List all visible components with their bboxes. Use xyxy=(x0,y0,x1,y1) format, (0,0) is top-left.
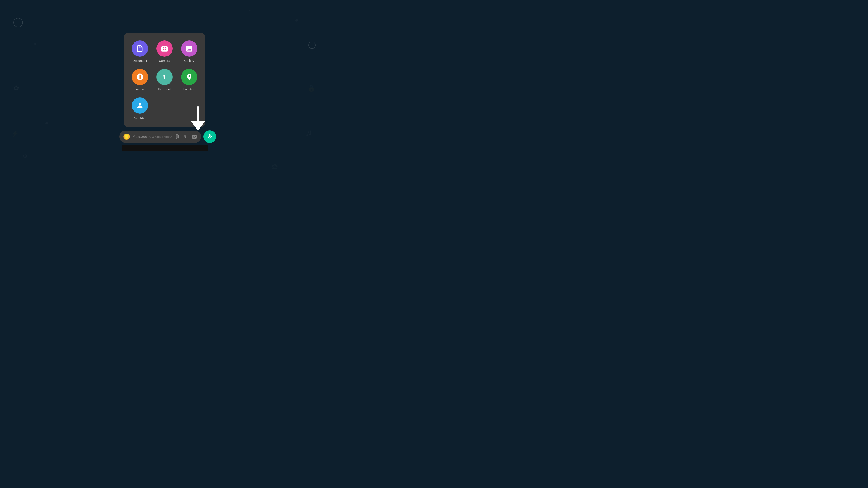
location-icon-circle xyxy=(181,69,197,85)
menu-item-contact[interactable]: Contact xyxy=(129,97,150,120)
menu-item-audio[interactable]: Audio xyxy=(129,69,150,91)
phone-container: Document Camera xyxy=(119,33,210,151)
input-bar-container: 😊 Message CWABESHIRO ₹ xyxy=(119,129,210,145)
attachment-menu: Document Camera xyxy=(124,33,205,127)
audio-label: Audio xyxy=(136,88,144,91)
menu-item-location[interactable]: Location xyxy=(179,69,200,91)
svg-text:₹: ₹ xyxy=(162,74,166,80)
document-icon xyxy=(136,45,144,53)
gallery-label: Gallery xyxy=(184,59,194,63)
payment-icon: ₹ xyxy=(161,73,168,81)
menu-item-document[interactable]: Document xyxy=(129,40,150,63)
svg-text:₹: ₹ xyxy=(184,135,186,139)
document-icon-circle xyxy=(132,40,148,57)
emoji-button[interactable]: 😊 xyxy=(123,133,130,140)
watermark-text: CWABESHIRO xyxy=(149,135,172,138)
microphone-icon xyxy=(207,133,213,140)
menu-item-payment[interactable]: ₹ Payment xyxy=(154,69,175,91)
camera-icon xyxy=(161,45,168,53)
contact-icon-circle xyxy=(132,97,148,113)
menu-item-gallery[interactable]: Gallery xyxy=(179,40,200,63)
paperclip-icon xyxy=(175,134,180,139)
menu-item-camera[interactable]: Camera xyxy=(154,40,175,63)
attachment-button[interactable] xyxy=(174,133,180,140)
payment-shortcut-button[interactable]: ₹ xyxy=(183,133,189,140)
input-bar: 😊 Message CWABESHIRO ₹ xyxy=(119,131,201,143)
menu-grid: Document Camera xyxy=(129,40,200,120)
home-indicator[interactable] xyxy=(153,148,176,149)
camera-small-icon xyxy=(192,134,197,139)
payment-label: Payment xyxy=(158,88,170,91)
camera-label: Camera xyxy=(159,59,170,63)
payment-icon-circle: ₹ xyxy=(156,69,173,85)
gallery-icon-circle xyxy=(181,40,197,57)
location-icon xyxy=(185,73,193,81)
contact-icon xyxy=(136,102,144,109)
rupee-icon: ₹ xyxy=(183,134,188,139)
attachment-menu-wrapper: Document Camera xyxy=(119,33,210,129)
document-label: Document xyxy=(133,59,147,63)
camera-icon-circle xyxy=(156,40,173,57)
camera-shortcut-button[interactable] xyxy=(191,133,197,140)
contact-label: Contact xyxy=(134,116,145,120)
bottom-navigation-bar xyxy=(122,145,208,151)
location-label: Location xyxy=(183,88,195,91)
gallery-icon xyxy=(185,45,193,53)
message-placeholder[interactable]: Message xyxy=(132,135,147,139)
audio-icon-circle xyxy=(132,69,148,85)
audio-icon xyxy=(136,73,144,81)
